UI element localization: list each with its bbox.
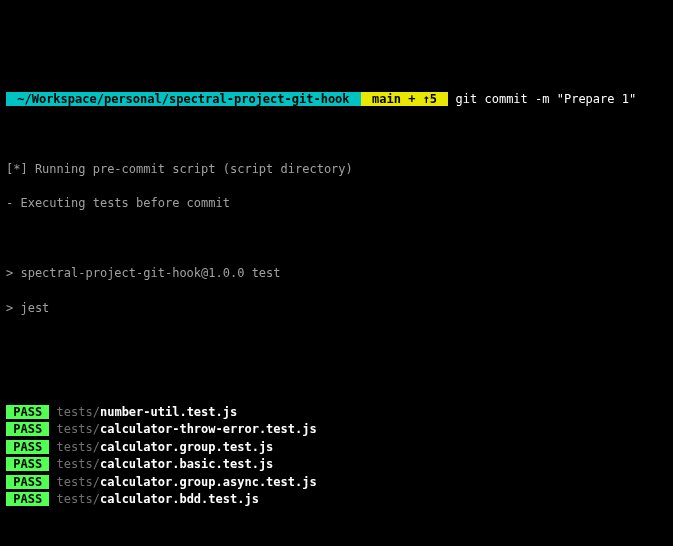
- test-pass-row: PASS tests/calculator.basic.test.js: [6, 456, 667, 473]
- precommit-line-2: - Executing tests before commit: [6, 195, 667, 212]
- npm-test-header: > spectral-project-git-hook@1.0.0 test: [6, 265, 667, 282]
- precommit-line-1: [*] Running pre-commit script (script di…: [6, 161, 667, 178]
- prompt-line-1[interactable]: ~/Workspace/personal/spectral-project-gi…: [6, 91, 667, 108]
- npm-test-jest: > jest: [6, 300, 667, 317]
- prompt-branch: main + ↑5: [361, 92, 449, 106]
- test-pass-row: PASS tests/calculator.bdd.test.js: [6, 491, 667, 508]
- prompt-command: git commit -m "Prepare 1": [456, 92, 637, 106]
- test-pass-row: PASS tests/calculator.group.test.js: [6, 439, 667, 456]
- prompt-cwd: ~/Workspace/personal/spectral-project-gi…: [6, 92, 361, 106]
- test-pass-row: PASS tests/calculator.group.async.test.j…: [6, 474, 667, 491]
- test-pass-row: PASS tests/calculator-throw-error.test.j…: [6, 421, 667, 438]
- test-pass-list: PASS tests/number-util.test.js PASS test…: [6, 404, 667, 508]
- test-pass-row: PASS tests/number-util.test.js: [6, 404, 667, 421]
